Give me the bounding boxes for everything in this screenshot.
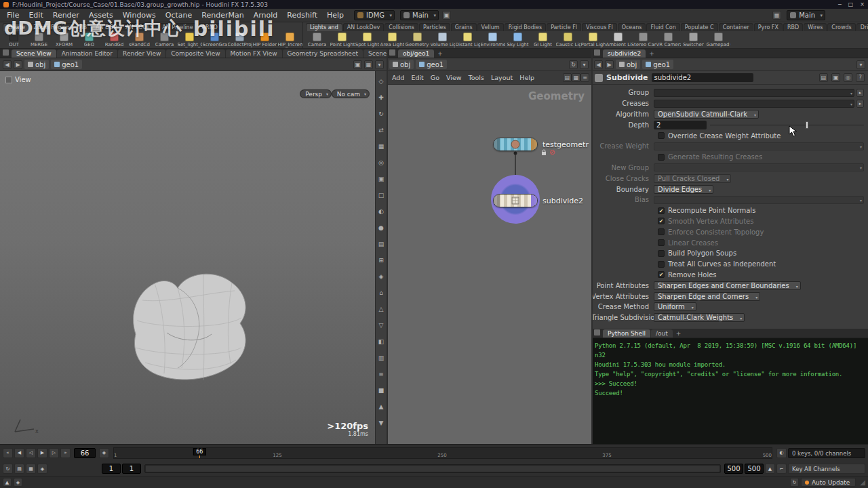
desktop-icon-button[interactable] [772, 11, 781, 20]
network-menu-go[interactable]: Go [427, 74, 443, 81]
viewport-view-tab[interactable]: View [5, 76, 31, 83]
shelf-tab-collisions[interactable]: Collisions [384, 23, 418, 31]
step-back-button[interactable]: ◀ [14, 448, 24, 458]
pane-menu-button[interactable] [856, 60, 865, 69]
shelf-tab-populate-c[interactable]: Populate C [681, 23, 718, 31]
shelf-tab-pyro-fx[interactable]: Pyro FX [754, 23, 783, 31]
network-tools-button[interactable] [563, 73, 572, 82]
flipbook-icon[interactable]: ◐ [376, 203, 387, 220]
range-subend-field[interactable]: 500 [745, 464, 764, 474]
shelf-tool-hip-folder[interactable]: HIP Folder [252, 31, 277, 49]
path-crumb-obj[interactable]: obj [616, 60, 640, 69]
menu-octane[interactable]: Octane [161, 9, 197, 21]
back-button[interactable] [3, 60, 12, 69]
display-points-icon[interactable]: ● [376, 220, 387, 236]
network-menu-tools[interactable]: Tools [465, 74, 488, 81]
pane-tab-motion-fx-view[interactable]: Motion FX View [226, 49, 282, 58]
gallery-button[interactable] [831, 73, 840, 82]
step-forward-button[interactable]: ▷ [49, 448, 59, 458]
network-menu-view[interactable]: View [443, 74, 465, 81]
shelf-tab-an-pipeline[interactable]: AN Pipeline [158, 23, 197, 31]
refresh-button[interactable] [569, 60, 578, 69]
lighting-mode-icon[interactable]: ⌂ [376, 285, 387, 301]
pane-menu-button[interactable] [375, 60, 384, 69]
global-range-slider[interactable] [144, 464, 721, 473]
help-icon[interactable]: ▼ [376, 415, 387, 431]
translate-tool-icon[interactable]: ✚ [376, 89, 387, 106]
auto-update-menu[interactable]: Auto Update [801, 478, 856, 487]
node-subdivide2[interactable] [493, 194, 538, 207]
frame-ruler[interactable]: 66 1125250375500 [113, 447, 772, 459]
range-substart-field[interactable]: 1 [122, 464, 141, 474]
pose-tool-icon[interactable]: ▦ [376, 138, 387, 155]
shelf-tool-hip-increm[interactable]: HIP_Increm [277, 31, 302, 49]
numbox-depth[interactable]: 2 [654, 121, 707, 129]
shelf-tab-particle-fl[interactable]: Particle Fl [547, 23, 581, 31]
range-start-field[interactable]: 1 [102, 464, 121, 474]
shelf-tab-drive-sim[interactable]: Drive Sim [856, 23, 868, 31]
loop-mode-button[interactable] [3, 464, 13, 474]
shelf-tool-geometry-light[interactable]: Geometry Light [405, 31, 430, 49]
forward-button[interactable] [14, 60, 22, 69]
menu-arnold[interactable]: Arnold [249, 9, 283, 21]
network-menu-help[interactable]: Help [516, 74, 538, 81]
pane-tab-animation-editor[interactable]: Animation Editor [57, 49, 117, 58]
jump-to-start-button[interactable]: « [3, 448, 13, 458]
render-region-icon[interactable]: □ [376, 187, 387, 203]
menu-redshift[interactable]: Redshift [282, 9, 322, 21]
select-close-cracks[interactable]: Pull Cracks Closed▾ [654, 174, 731, 183]
path-crumb-obj[interactable]: obj [24, 60, 49, 69]
shelf-tool-out[interactable]: OUT [1, 31, 26, 49]
ghost-mode-icon[interactable]: ◧ [376, 333, 387, 350]
select-tool-icon[interactable]: ◇ [376, 73, 387, 89]
no-cam-menu[interactable]: No cam [332, 89, 370, 98]
shelf-tool-screengrab[interactable]: ScreenGrab [202, 31, 227, 49]
chevron-down-icon[interactable]: ▾ [860, 164, 862, 172]
scene-viewport[interactable]: View Persp No cam x >120fp [0, 71, 375, 444]
shelf-tool-stereo-camera[interactable]: Stereo Camera [631, 31, 656, 49]
resize-grip[interactable] [860, 479, 865, 486]
shelf-tool-portal-light[interactable]: Portal Light [580, 31, 606, 49]
pane-tab-geometry-spreadsheet[interactable]: Geometry Spreadsheet [283, 49, 363, 58]
input-creases[interactable]: ▾ [654, 100, 854, 108]
range-end-field[interactable]: 500 [724, 464, 743, 474]
shelf-tab-an-lookdev[interactable]: AN LookDev [343, 23, 384, 31]
display-options-icon[interactable]: ≡ [376, 366, 387, 382]
shelf-tab-vellum[interactable]: Vellum [477, 23, 504, 31]
menu-windows[interactable]: Windows [118, 9, 161, 21]
path-crumb-geo1[interactable]: geo1 [416, 60, 447, 69]
shelf-tool-xform[interactable]: XFORM [52, 31, 77, 49]
shelf-tool-srandcd[interactable]: sRandCd [127, 31, 152, 49]
back-button[interactable] [594, 60, 603, 69]
snapshot-button[interactable] [353, 60, 362, 69]
slider-handle[interactable] [806, 121, 808, 129]
shelf-tab-viscous-fl[interactable]: Viscous Fl [582, 23, 617, 31]
network-menu-layout[interactable]: Layout [488, 74, 516, 81]
network-menu-add[interactable]: Add [389, 74, 408, 81]
wireframe-mode-icon[interactable]: ◈ [376, 268, 387, 285]
presets-button[interactable] [819, 73, 828, 82]
select-triangle-subdivision[interactable]: Catmull-Clark Weights▾ [654, 313, 745, 322]
rotate-tool-icon[interactable]: ↻ [376, 106, 387, 122]
shelf-tool-volume-light[interactable]: Volume Light [430, 31, 455, 49]
shelf-tool-vr-camera[interactable]: VR Camera [656, 31, 681, 49]
maximize-button[interactable]: □ [848, 1, 854, 7]
jump-to-end-button[interactable]: » [60, 448, 71, 458]
help-button[interactable] [856, 73, 865, 82]
close-button[interactable]: × [860, 1, 865, 7]
template-mode-icon[interactable]: ▥ [376, 350, 387, 366]
menu-renderman[interactable]: RenderMan [197, 9, 248, 21]
shelf-tool-randgd[interactable]: RandGd [102, 31, 127, 49]
shelf-tab-rbd[interactable]: RBD [783, 23, 803, 31]
shelf-tab-zoom-region[interactable]: Zoom Region [30, 23, 74, 31]
update-mode-icon[interactable] [790, 478, 799, 487]
select-algorithm[interactable]: OpenSubdiv Catmull-Clark▾ [654, 110, 759, 119]
audio-button[interactable] [37, 464, 47, 474]
checkbox-treat-all-curves-as-independent[interactable] [658, 261, 665, 268]
network-editor[interactable]: Geometry testgeometr ⊘ subdivide2 [387, 85, 591, 444]
pane-tab-render-view[interactable]: Render View [118, 49, 165, 58]
new-pane-tab-button[interactable]: + [673, 330, 684, 337]
step-options-button[interactable] [14, 464, 24, 474]
checkbox-override-crease-weight-attribute[interactable] [658, 132, 665, 139]
slider-depth[interactable] [710, 121, 864, 129]
